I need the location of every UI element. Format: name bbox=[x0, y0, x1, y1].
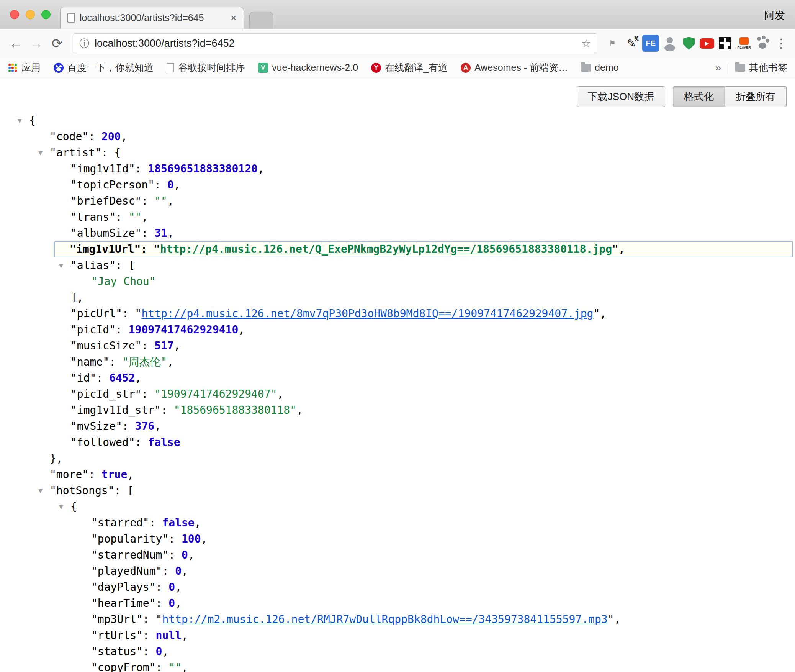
flag-extension-icon[interactable]: ⚑ bbox=[604, 35, 621, 52]
json-line: "followed": false bbox=[0, 434, 795, 451]
bookmark-item[interactable]: 百度一下，你就知道 bbox=[54, 61, 154, 74]
json-punctuation: : bbox=[88, 130, 101, 143]
download-json-button[interactable]: 下载JSON数据 bbox=[577, 86, 665, 107]
json-punctuation: , bbox=[182, 661, 188, 672]
tab-close-icon[interactable]: × bbox=[231, 12, 237, 24]
json-punctuation: : bbox=[116, 323, 129, 336]
json-punctuation: : bbox=[168, 533, 182, 545]
format-button[interactable]: 格式化 bbox=[673, 86, 725, 107]
json-line: ], bbox=[0, 290, 795, 306]
json-value: true bbox=[101, 468, 127, 481]
folder-icon bbox=[581, 64, 591, 72]
bookmark-item[interactable]: Vvue-hackernews-2.0 bbox=[258, 62, 358, 73]
close-window-button[interactable] bbox=[10, 10, 19, 19]
json-punctuation: : bbox=[143, 645, 156, 658]
json-punctuation: , bbox=[188, 549, 195, 561]
bookmark-item[interactable]: AAwesomes - 前端资… bbox=[461, 61, 568, 74]
json-punctuation: , bbox=[238, 323, 245, 336]
bookmark-item[interactable]: 应用 bbox=[8, 61, 41, 74]
json-punctuation: , bbox=[201, 533, 208, 545]
json-line: ▼"artist": { bbox=[0, 145, 795, 161]
json-key: "dayPlays" bbox=[91, 581, 156, 593]
paw-extension-icon[interactable] bbox=[755, 35, 772, 52]
user-silhouette-icon[interactable] bbox=[661, 35, 678, 52]
collapse-all-button[interactable]: 折叠所有 bbox=[725, 86, 787, 107]
collapse-toggle-icon[interactable]: ▼ bbox=[38, 145, 43, 161]
baidu-icon bbox=[54, 63, 64, 73]
json-link[interactable]: http://p4.music.126.net/8mv7qP30Pd3oHW8b… bbox=[141, 307, 593, 320]
bookmark-label: demo bbox=[595, 62, 619, 73]
json-punctuation: : bbox=[141, 227, 154, 239]
minimize-window-button[interactable] bbox=[26, 10, 35, 19]
translate-pen-icon[interactable]: ✎英 bbox=[623, 35, 640, 52]
json-line: "starred": false, bbox=[0, 515, 795, 531]
forward-button[interactable]: → bbox=[26, 36, 47, 51]
collapse-toggle-icon[interactable]: ▼ bbox=[59, 499, 63, 515]
json-punctuation: }, bbox=[50, 452, 63, 465]
new-tab-button[interactable] bbox=[249, 12, 273, 29]
collapse-toggle-icon[interactable]: ▼ bbox=[18, 113, 22, 129]
bookmark-item[interactable]: Y在线翻译_有道 bbox=[371, 61, 448, 74]
browser-menu-icon[interactable]: ⋮ bbox=[773, 36, 790, 51]
json-line: "hearTime": 0, bbox=[0, 595, 795, 611]
fe-extension-icon[interactable]: FE bbox=[642, 35, 659, 52]
json-key: "img1v1Url" bbox=[70, 243, 141, 256]
bookmarks-divider bbox=[728, 62, 728, 74]
json-punctuation: [ bbox=[129, 259, 135, 272]
json-punctuation: , bbox=[167, 227, 174, 239]
back-button[interactable]: ← bbox=[5, 36, 26, 51]
bookmark-star-icon[interactable]: ☆ bbox=[581, 37, 591, 50]
reload-button[interactable]: ⟳ bbox=[47, 36, 67, 51]
json-value: 0 bbox=[175, 565, 182, 577]
page-info-icon[interactable]: ⓘ bbox=[79, 37, 89, 50]
json-punctuation: , bbox=[600, 307, 606, 320]
zoom-window-button[interactable] bbox=[41, 10, 51, 19]
browser-window: localhost:3000/artists?id=645 × 阿发 ← → ⟳… bbox=[0, 0, 795, 672]
json-line: "albumSize": 31, bbox=[0, 225, 795, 241]
collapse-toggle-icon[interactable]: ▼ bbox=[38, 483, 43, 499]
youtube-icon[interactable]: ▶ bbox=[700, 38, 714, 49]
other-bookmarks-folder[interactable]: 其他书签 bbox=[735, 61, 787, 74]
bookmark-item[interactable]: demo bbox=[581, 62, 619, 73]
json-line: "dayPlays": 0, bbox=[0, 579, 795, 595]
json-key: "musicSize" bbox=[70, 339, 141, 352]
json-value: 100 bbox=[182, 533, 201, 545]
profile-name[interactable]: 阿发 bbox=[764, 8, 785, 22]
json-punctuation: : bbox=[141, 243, 154, 256]
json-punctuation: " bbox=[593, 307, 600, 320]
json-line: "popularity": 100, bbox=[0, 531, 795, 547]
json-punctuation: , bbox=[121, 130, 127, 143]
json-key: "picUrl" bbox=[70, 307, 122, 320]
awesomes-icon: A bbox=[461, 63, 471, 73]
json-punctuation: : bbox=[143, 613, 156, 626]
json-punctuation: : bbox=[135, 162, 148, 175]
json-key: "rtUrls" bbox=[91, 629, 143, 642]
player-extension-icon[interactable]: PLAYER bbox=[736, 35, 752, 52]
shield-extension-icon[interactable] bbox=[680, 35, 697, 52]
json-punctuation: : bbox=[161, 404, 174, 416]
qr-code-icon[interactable] bbox=[716, 35, 733, 52]
url-text[interactable]: localhost:3000/artists?id=6452 bbox=[95, 38, 576, 49]
player-mark bbox=[739, 37, 749, 45]
bookmark-label: vue-hackernews-2.0 bbox=[272, 62, 358, 73]
json-key: "playedNum" bbox=[91, 565, 162, 577]
bookmark-label: 应用 bbox=[21, 61, 41, 74]
json-key: "name" bbox=[70, 356, 109, 368]
json-line: "topicPerson": 0, bbox=[0, 177, 795, 193]
json-punctuation: , bbox=[135, 372, 142, 384]
address-bar[interactable]: ⓘ localhost:3000/artists?id=6452 ☆ bbox=[73, 33, 597, 53]
json-link[interactable]: http://p4.music.126.net/Q_ExePNkmgB2yWyL… bbox=[160, 243, 612, 256]
bookmarks-overflow-icon[interactable]: » bbox=[715, 62, 721, 74]
browser-tab[interactable]: localhost:3000/artists?id=645 × bbox=[60, 7, 244, 29]
json-punctuation: , bbox=[174, 179, 180, 191]
bookmark-label: 在线翻译_有道 bbox=[385, 61, 448, 74]
json-punctuation: { bbox=[115, 146, 121, 159]
json-line: "img1v1Id": 18569651883380120, bbox=[0, 161, 795, 177]
json-punctuation: , bbox=[127, 468, 134, 481]
json-value: 0 bbox=[182, 549, 188, 561]
json-line: "rtUrls": null, bbox=[0, 628, 795, 644]
json-punctuation: : bbox=[141, 195, 154, 207]
json-link[interactable]: http://m2.music.126.net/RMJR7wDullRqppBk… bbox=[162, 613, 607, 626]
bookmark-item[interactable]: 谷歌按时间排序 bbox=[167, 61, 245, 74]
collapse-toggle-icon[interactable]: ▼ bbox=[59, 257, 63, 274]
